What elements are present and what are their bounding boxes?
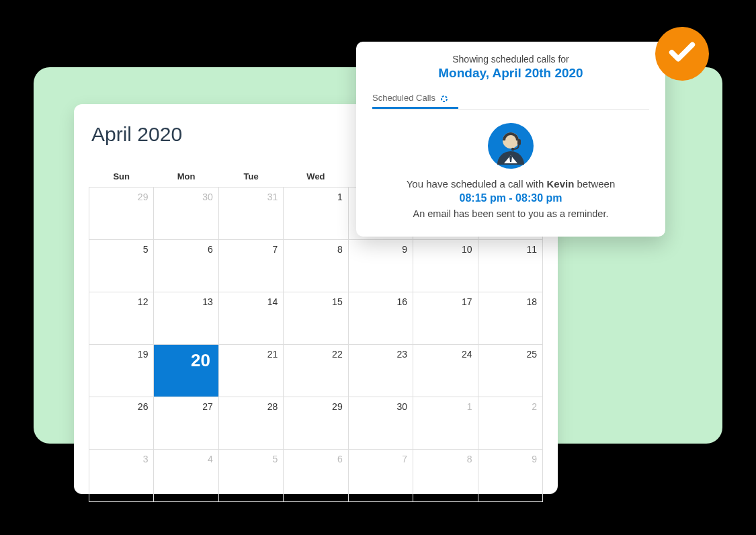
calendar-day[interactable]: 19: [89, 345, 154, 397]
calendar-day[interactable]: 9: [478, 450, 542, 502]
calendar-day[interactable]: 29: [284, 397, 348, 450]
tab-scheduled-calls[interactable]: Scheduled Calls: [372, 90, 458, 109]
calendar-day[interactable]: 5: [218, 450, 283, 502]
calendar-day[interactable]: 18: [478, 292, 542, 345]
calendar-day[interactable]: 24: [413, 345, 478, 397]
calendar-day[interactable]: 14: [218, 292, 283, 345]
calendar-day[interactable]: 15: [284, 292, 348, 345]
calendar-day[interactable]: 17: [413, 292, 478, 345]
contact-name: Kevin: [547, 178, 575, 190]
svg-point-0: [442, 96, 447, 101]
success-badge: [655, 27, 709, 81]
loading-icon: [441, 95, 448, 102]
calendar-day[interactable]: 27: [154, 397, 218, 450]
detail-message: You have scheduled a call with Kevin bet…: [372, 178, 649, 190]
calendar-day[interactable]: 4: [154, 450, 218, 502]
calendar-day[interactable]: 11: [478, 240, 542, 292]
calendar-day[interactable]: 23: [348, 345, 413, 397]
calendar-day[interactable]: 13: [154, 292, 218, 345]
detail-line1-suffix: between: [574, 178, 615, 190]
calendar-day[interactable]: 30: [348, 397, 413, 450]
scheduled-call-card: Showing scheduled calls for Monday, Apri…: [356, 42, 665, 237]
calendar-day[interactable]: 8: [413, 450, 478, 502]
detail-date: Monday, April 20th 2020: [372, 66, 649, 81]
detail-time-range: 08:15 pm - 08:30 pm: [372, 192, 649, 204]
calendar-day[interactable]: 16: [348, 292, 413, 345]
page-title: April 2020: [91, 123, 182, 146]
detail-reminder-note: An email has been sent to you as a remin…: [372, 208, 649, 219]
contact-avatar: [488, 123, 534, 169]
checkmark-icon: [667, 37, 698, 71]
calendar-day[interactable]: 31: [218, 188, 283, 240]
day-header: Sun: [89, 166, 154, 188]
calendar-day[interactable]: 7: [348, 450, 413, 502]
detail-tabs: Scheduled Calls: [372, 90, 649, 110]
calendar-day[interactable]: 8: [284, 240, 348, 292]
calendar-day[interactable]: 12: [89, 292, 154, 345]
calendar-day[interactable]: 25: [478, 345, 542, 397]
calendar-day[interactable]: 2: [478, 397, 542, 450]
detail-top-label: Showing scheduled calls for: [372, 54, 649, 65]
calendar-day[interactable]: 9: [348, 240, 413, 292]
calendar-day-selected[interactable]: 20: [154, 345, 218, 397]
calendar-day[interactable]: 29: [89, 188, 154, 240]
calendar-day[interactable]: 6: [154, 240, 218, 292]
svg-point-4: [511, 148, 514, 151]
svg-rect-3: [517, 139, 521, 145]
calendar-day[interactable]: 1: [284, 188, 348, 240]
calendar-day[interactable]: 22: [284, 345, 348, 397]
calendar-day[interactable]: 21: [218, 345, 283, 397]
calendar-day[interactable]: 28: [218, 397, 283, 450]
day-header: Tue: [218, 166, 283, 188]
calendar-day[interactable]: 30: [154, 188, 218, 240]
day-header: Wed: [284, 166, 348, 188]
calendar-day[interactable]: 26: [89, 397, 154, 450]
tab-label: Scheduled Calls: [372, 93, 435, 103]
calendar-day[interactable]: 7: [218, 240, 283, 292]
calendar-day[interactable]: 1: [413, 397, 478, 450]
detail-line1-prefix: You have scheduled a call with: [407, 178, 547, 190]
calendar-day[interactable]: 3: [89, 450, 154, 502]
calendar-day[interactable]: 6: [284, 450, 348, 502]
day-header: Mon: [154, 166, 218, 188]
calendar-day[interactable]: 5: [89, 240, 154, 292]
calendar-day[interactable]: 10: [413, 240, 478, 292]
